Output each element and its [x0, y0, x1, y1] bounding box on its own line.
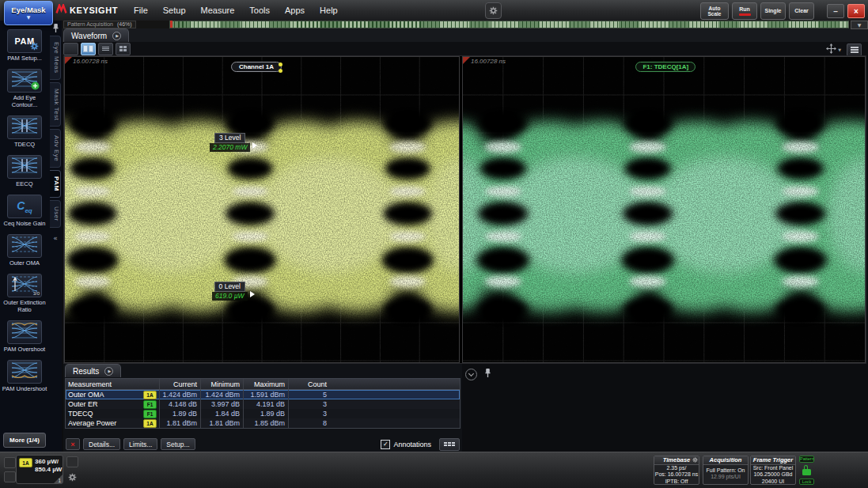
table-row-average-power[interactable]: Average Power 1A 1.81 dBm 1.81 dBm 1.85 … — [66, 418, 460, 428]
touchscreen-gear-button[interactable] — [485, 2, 502, 19]
sidebar-tool-eecq[interactable]: EECQ — [2, 155, 47, 187]
sidebar-tool-pam-undershoot[interactable]: PAM Undershoot — [2, 360, 47, 392]
pam-setup-icon: PAM — [7, 29, 42, 53]
delete-measurement-button[interactable]: × — [66, 438, 80, 450]
pushpin-icon[interactable] — [52, 22, 59, 33]
details-button[interactable]: Details... — [83, 438, 120, 450]
menu-setup[interactable]: Setup — [163, 6, 186, 15]
table-view-button[interactable] — [439, 438, 460, 451]
results-table: Measurement Current Minimum Maximum Coun… — [65, 378, 461, 429]
pam4-eye-plot-green — [463, 57, 865, 362]
tab-mask-test[interactable]: Mask Test — [50, 82, 61, 127]
menu-help[interactable]: Help — [320, 6, 338, 15]
collapse-results-button[interactable] — [465, 369, 477, 380]
tab-pam[interactable]: PAM — [50, 170, 61, 198]
timebase-panel[interactable]: Timebase 2.35 ps/ Pos: 16.00728 ns IPTB:… — [654, 456, 699, 485]
sidebar-tool-outer-extinction-ratio[interactable]: 3/0 Outer Extinction Ratio — [2, 274, 47, 313]
timebase-position-readout: 16.00728 ns — [471, 58, 506, 65]
acquisition-position-marker — [170, 21, 172, 28]
sidebar-tool-pam-overshoot[interactable]: PAM Overshoot — [2, 320, 47, 353]
title-bar: Eye/Mask ▼ KEYSIGHT File Setup Measure T… — [0, 0, 868, 21]
pam-undershoot-icon — [7, 360, 42, 384]
limits-button[interactable]: Limits... — [123, 438, 157, 450]
workspace: Waveform ▶ ▼ — [62, 28, 868, 452]
tab-waveform[interactable]: Waveform ▶ — [63, 28, 129, 42]
setup-button[interactable]: Setup... — [161, 438, 195, 450]
menu-tools[interactable]: Tools — [249, 6, 270, 15]
menu-apps[interactable]: Apps — [285, 6, 305, 15]
measurement-sidebar: PAM PAM Setup... Add Eye Contour... TDEC… — [0, 21, 49, 452]
table-row-tdecq[interactable]: TDECQ F1 1.89 dB 1.84 dB 1.89 dB 3 — [66, 409, 460, 418]
acquisition-dropdown-button[interactable]: ▼ — [851, 21, 868, 29]
frame-trigger-panel[interactable]: Frame Trigger Src: Front Panel 106.25000… — [750, 456, 796, 485]
annotation-0-level[interactable]: 0 Level 619.0 µW — [212, 282, 248, 301]
col-current[interactable]: Current — [159, 379, 200, 389]
display-toolbar: ▼ — [62, 42, 868, 55]
col-count[interactable]: Count — [288, 379, 330, 389]
sidebar-tool-tdecq[interactable]: TDECQ — [2, 115, 47, 148]
gear-icon — [30, 42, 39, 51]
display-menu-button[interactable] — [847, 44, 862, 56]
run-button[interactable]: Run — [732, 2, 757, 20]
trigger-marker-icon — [65, 57, 72, 64]
trigger-source: Src: Front Panel — [751, 465, 795, 471]
source-badge: 1A — [143, 391, 157, 399]
outer-oma-icon — [7, 234, 42, 258]
single-button[interactable]: Single — [760, 2, 786, 20]
channel-badge[interactable]: Channel 1A — [231, 62, 282, 72]
layout-grid-button[interactable] — [116, 43, 131, 55]
annotation-3-level[interactable]: 3 Level 2.2070 mW — [210, 133, 250, 152]
timebase-scale: 2.35 ps/ — [654, 465, 699, 471]
pin-results-button[interactable] — [484, 367, 491, 381]
eye-diagram-channel-1a[interactable]: 16.00728 ns Channel 1A 3 Level 2.2070 mW… — [64, 56, 460, 363]
sidebar-tool-add-eye-contour[interactable]: Add Eye Contour... — [2, 69, 47, 108]
annotations-checkbox[interactable]: ✓ — [381, 440, 390, 449]
points-per-ui: 12.99 pts/UI — [703, 474, 748, 480]
col-measurement[interactable]: Measurement — [66, 379, 159, 389]
tab-results[interactable]: Results ▶ — [65, 364, 121, 377]
tab-user[interactable]: User — [50, 200, 61, 228]
menu-measure[interactable]: Measure — [201, 6, 235, 15]
col-minimum[interactable]: Minimum — [200, 379, 243, 389]
channel-panel-button[interactable] — [66, 456, 78, 467]
layout-stacked-button[interactable] — [98, 43, 113, 55]
eye-diagram-tdecq-f1[interactable]: 16.00728 ns F1: TDECQ[1A] — [462, 56, 866, 363]
channel-badge: 1A — [19, 458, 32, 467]
menu-file[interactable]: File — [134, 6, 148, 15]
outer-er-icon: 3/0 — [7, 274, 42, 297]
table-row-outer-er[interactable]: Outer ER F1 4.148 dB 3.997 dB 4.191 dB 3 — [66, 399, 460, 409]
eye-mask-app-button[interactable]: Eye/Mask ▼ — [4, 1, 53, 25]
play-icon[interactable]: ▶ — [112, 32, 121, 40]
sidebar-tool-ceq-noise-gain[interactable]: Ceq Ceq Noise Gain — [2, 195, 47, 227]
run-led-indicator — [739, 13, 751, 16]
collapse-sidebar-button[interactable]: « — [53, 234, 58, 242]
pattern-acquisition-strip[interactable] — [169, 21, 849, 28]
play-icon[interactable]: ▶ — [104, 367, 113, 376]
channel-setup-gear-button[interactable] — [66, 471, 78, 483]
plus-icon — [31, 81, 40, 90]
auto-scale-button[interactable]: Auto Scale — [700, 2, 729, 20]
trigger-ui: 20400 UI — [751, 479, 795, 485]
tdecq-icon — [7, 115, 42, 139]
sidebar-tool-outer-oma[interactable]: Outer OMA — [2, 234, 47, 267]
more-tools-button[interactable]: More (1/4) — [3, 433, 46, 448]
clear-button[interactable]: Clear — [789, 2, 814, 20]
col-maximum[interactable]: Maximum — [243, 379, 288, 389]
gear-icon — [692, 457, 698, 463]
tab-adv-eye[interactable]: Adv Eye — [50, 129, 61, 168]
channel-1a-scale-panel[interactable]: 1A 360 µW/ 850.4 µW 1 — [16, 455, 63, 484]
layout-single-button[interactable] — [63, 43, 78, 55]
timebase-position-readout: 16.00728 ns — [73, 58, 108, 65]
tab-eye-meas[interactable]: Eye Meas — [50, 36, 61, 80]
scroll-left-lower-button[interactable] — [4, 471, 16, 482]
table-row-outer-oma[interactable]: Outer OMA 1A 1.424 dBm 1.424 dBm 1.591 d… — [66, 390, 460, 399]
close-button[interactable]: × — [847, 4, 865, 18]
minimize-button[interactable]: – — [827, 4, 844, 18]
function-badge[interactable]: F1: TDECQ[1A] — [635, 62, 696, 72]
acquisition-panel[interactable]: Acquisition Full Pattern: On 12.99 pts/U… — [703, 456, 749, 485]
sidebar-tool-pam-setup[interactable]: PAM PAM Setup... — [2, 29, 47, 62]
eecq-icon — [7, 155, 42, 179]
layout-split-button[interactable] — [81, 43, 96, 55]
scroll-left-button[interactable] — [4, 457, 16, 468]
results-panel: Results ▶ Measurement Current Minimum Ma… — [63, 364, 462, 452]
